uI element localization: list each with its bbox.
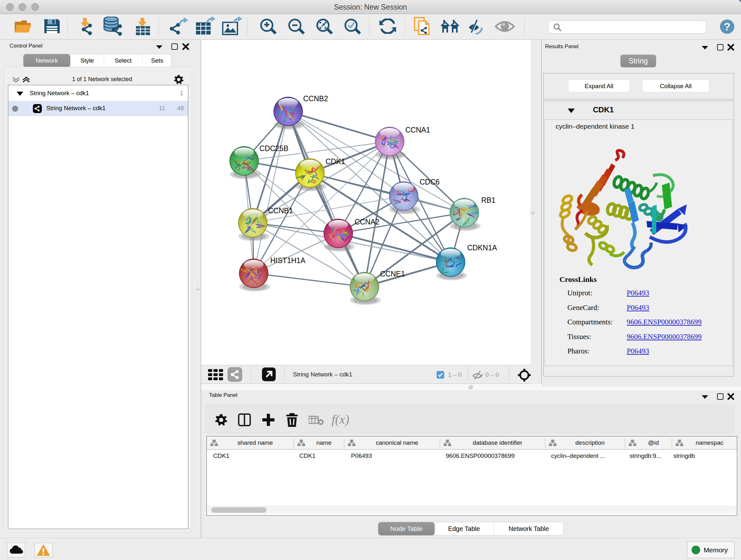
svg-text:HIST1H1A: HIST1H1A xyxy=(270,256,306,265)
svg-text:CDK1: CDK1 xyxy=(326,158,345,166)
svg-text:CCNA1: CCNA1 xyxy=(405,126,430,134)
svg-text:CCNB1: CCNB1 xyxy=(268,206,293,215)
svg-text:CCNB2: CCNB2 xyxy=(303,95,328,103)
svg-text:CDC25B: CDC25B xyxy=(259,144,288,152)
svg-text:CCNE1: CCNE1 xyxy=(380,270,405,278)
svg-text:CDKN1A: CDKN1A xyxy=(467,244,497,252)
svg-text:RB1: RB1 xyxy=(481,196,495,204)
svg-text:CDC6: CDC6 xyxy=(420,178,440,186)
svg-text:CCNA2: CCNA2 xyxy=(354,218,380,226)
